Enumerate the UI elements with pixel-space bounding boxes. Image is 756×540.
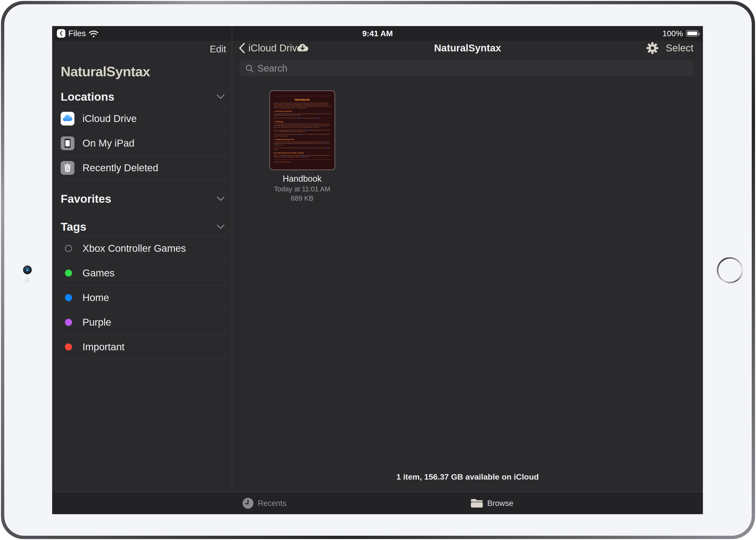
file-thumbnail: HandbookWelcome to Natural Syntax, withi… <box>270 90 335 170</box>
search-placeholder: Search <box>257 63 287 74</box>
clock-time: 9:41 AM <box>52 29 703 38</box>
preview-h: ▤Lexical Color and Style Overlay <box>274 152 331 154</box>
locations-section-header[interactable]: Locations <box>52 89 232 104</box>
preview-rule <box>274 96 331 96</box>
tab-recents[interactable]: Recents <box>242 492 286 514</box>
preview-p: Thanks for using Natural Syntax! <box>274 162 331 163</box>
tab-label: Recents <box>258 499 286 508</box>
tab-label: Browse <box>487 499 513 508</box>
screen: Files 9:41 AM 100% Edit NaturalSynta <box>52 26 703 514</box>
sidebar-tag-home[interactable]: Home <box>52 285 232 310</box>
search-input[interactable]: Search <box>240 61 694 76</box>
preview-p: Pro tip: a number of people like to setu… <box>274 130 331 133</box>
tab-bar: RecentsBrowse <box>52 492 703 514</box>
tags-section-header[interactable]: Tags <box>52 219 232 234</box>
chevron-down-icon <box>217 94 225 99</box>
ipad-icon <box>61 136 75 150</box>
sidebar-tag-games[interactable]: Games <box>52 261 232 285</box>
trash-icon <box>61 161 75 175</box>
home-button[interactable] <box>717 257 743 283</box>
tag-color-dot <box>65 319 72 326</box>
chevron-down-icon <box>217 224 225 229</box>
page-title: NaturalSyntax <box>232 41 703 56</box>
preview-p: While you're reading your book, you can … <box>274 155 331 158</box>
preview-p: At the top right of both the file browse… <box>274 123 331 128</box>
sidebar-tag-label: Important <box>83 341 124 353</box>
favorites-header-label: Favorites <box>61 192 111 205</box>
preview-p: Welcome to Natural Syntax, within it you… <box>274 102 331 109</box>
preview-p: Pro tip: If you only have your ePub file… <box>274 147 331 150</box>
locations-list: iCloud DriveOn My iPadRecently Deleted <box>52 106 232 180</box>
sidebar-item-recently-deleted[interactable]: Recently Deleted <box>52 156 232 180</box>
sidebar-tag-label: Home <box>83 292 109 303</box>
tag-color-dot <box>65 270 72 277</box>
sidebar-tag-purple[interactable]: Purple <box>52 310 232 335</box>
content-area: iCloud Drive NaturalSyntax <box>232 41 703 492</box>
file-size: 689 KB <box>262 195 342 202</box>
preview-p: At the top left of the file browser, you… <box>274 113 331 116</box>
favorites-section-header[interactable]: Favorites <box>52 192 232 206</box>
chevron-down-icon <box>217 196 225 201</box>
app-title: NaturalSyntax <box>61 64 150 79</box>
icloud-icon <box>61 112 75 126</box>
tag-color-dot <box>65 294 72 301</box>
sidebar-item-label: Recently Deleted <box>83 162 158 174</box>
clock-icon <box>242 497 254 509</box>
preview-title: Handbook <box>274 98 331 101</box>
preview-rule <box>274 160 331 160</box>
sidebar-tag-label: Purple <box>83 317 111 328</box>
tag-color-dot <box>65 343 72 350</box>
preview-h: ⚙Settings <box>274 121 331 123</box>
sidebar-item-icloud-drive[interactable]: iCloud Drive <box>52 106 232 131</box>
sidebar-tag-important[interactable]: Important <box>52 335 232 359</box>
preview-h: ☁Discovery Service <box>274 110 331 112</box>
select-button[interactable]: Select <box>666 42 693 54</box>
tags-list: Xbox Controller GamesGamesHomePurpleImpo… <box>52 236 232 359</box>
sidebar-tag-label: Games <box>83 267 114 279</box>
tab-browse[interactable]: Browse <box>470 492 513 514</box>
battery-icon <box>686 30 699 37</box>
folder-icon <box>470 498 483 508</box>
sidebar-tag-xbox-controller-games[interactable]: Xbox Controller Games <box>52 236 232 261</box>
sidebar: Edit NaturalSyntax Locations iCloud Driv… <box>52 41 232 492</box>
file-item-handbook[interactable]: HandbookWelcome to Natural Syntax, withi… <box>262 90 342 202</box>
sidebar-item-on-my-ipad[interactable]: On My iPad <box>52 131 232 156</box>
preview-p: Please Note: The Discovery Service is on… <box>274 117 331 119</box>
status-bar: Files 9:41 AM 100% <box>52 26 703 41</box>
file-modified-date: Today at 11:01 AM <box>262 185 342 193</box>
sidebar-item-label: iCloud Drive <box>83 113 137 124</box>
edit-button[interactable]: Edit <box>210 44 226 55</box>
search-icon <box>245 64 254 73</box>
preview-p: Note: some of the customization options … <box>274 134 331 137</box>
file-name: Handbook <box>262 174 342 184</box>
battery-status: 100% <box>662 26 699 41</box>
storage-status-text: 1 item, 156.37 GB available on iCloud <box>232 472 703 481</box>
preview-p: You can import your own ePub files into … <box>274 141 331 146</box>
sidebar-item-label: On My iPad <box>83 138 134 149</box>
locations-header-label: Locations <box>61 90 114 103</box>
light-sensor-icon <box>25 278 29 282</box>
tags-header-label: Tags <box>61 220 86 233</box>
navigation-bar: iCloud Drive NaturalSyntax <box>232 41 703 56</box>
ipad-device: Files 9:41 AM 100% Edit NaturalSynta <box>0 0 756 540</box>
battery-percent: 100% <box>662 29 683 38</box>
tag-color-dot <box>65 245 72 252</box>
gear-icon[interactable] <box>646 42 659 54</box>
front-camera-icon <box>23 265 32 274</box>
sidebar-tag-label: Xbox Controller Games <box>83 243 186 254</box>
preview-h: ↥Importing ePub Files <box>274 138 331 140</box>
